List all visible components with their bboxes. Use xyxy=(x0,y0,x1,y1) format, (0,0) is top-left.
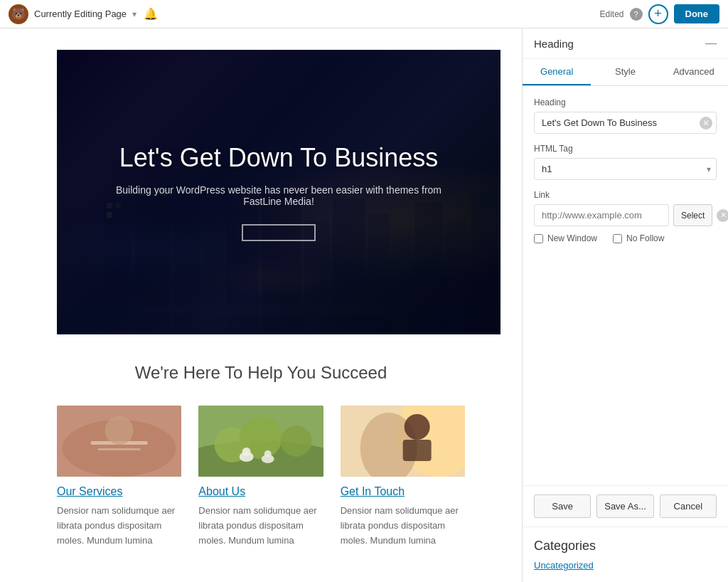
svg-point-33 xyxy=(281,425,312,457)
topbar-logo-icon: 🐻 xyxy=(9,4,28,24)
tab-style[interactable]: Style xyxy=(591,59,659,85)
card-about-image xyxy=(198,406,323,477)
html-tag-select[interactable]: h1 h2 h3 h4 h5 h6 p div xyxy=(534,158,717,180)
link-clear-icon[interactable]: ✕ xyxy=(717,209,728,222)
topbar-right: Edited ? + Done xyxy=(599,4,719,24)
card-about: About Us Densior nam solidumque aer libr… xyxy=(198,406,323,548)
cards-row: Our Services Densior nam solidumque aer … xyxy=(57,406,465,548)
hero-content: Let's Get Down To Business Building your… xyxy=(57,50,500,334)
categories-title: Categories xyxy=(534,539,717,554)
card-touch-link[interactable]: Get In Touch xyxy=(341,485,465,498)
panel-title: Heading xyxy=(534,38,574,50)
topbar-left: 🐻 Currently Editing Page ▾ 🔔 xyxy=(9,4,158,24)
panel-header: Heading — xyxy=(523,28,728,59)
tab-advanced[interactable]: Advanced xyxy=(660,59,728,85)
svg-rect-42 xyxy=(402,440,431,461)
panel-minimize-icon[interactable]: — xyxy=(705,37,717,50)
card-about-link[interactable]: About Us xyxy=(198,485,323,498)
save-as-button[interactable]: Save As... xyxy=(596,494,653,518)
link-field-label: Link xyxy=(534,190,717,200)
link-row: Select ✕ xyxy=(534,204,717,226)
card-services: Our Services Densior nam solidumque aer … xyxy=(57,406,181,548)
svg-rect-27 xyxy=(98,448,141,450)
svg-point-28 xyxy=(105,416,134,445)
html-tag-label: HTML Tag xyxy=(534,144,717,154)
panel-body: Heading ✕ HTML Tag h1 h2 h3 h4 h5 h6 p d… xyxy=(523,86,728,485)
cancel-button[interactable]: Cancel xyxy=(660,494,717,518)
hero-title: Let's Get Down To Business xyxy=(119,143,438,173)
topbar-title: Currently Editing Page xyxy=(34,9,127,19)
content-section: We're Here To Help You Succeed Our Servi… xyxy=(0,334,522,576)
heading-clear-icon[interactable]: ✕ xyxy=(700,117,712,129)
card-touch-image xyxy=(341,406,465,477)
heading-input[interactable] xyxy=(534,112,717,134)
svg-point-41 xyxy=(404,414,429,440)
main-layout: Let's Get Down To Business Building your… xyxy=(0,28,728,582)
hero-button[interactable] xyxy=(242,224,316,241)
html-tag-select-wrap: h1 h2 h3 h4 h5 h6 p div ▾ xyxy=(534,158,717,180)
done-button[interactable]: Done xyxy=(674,4,720,23)
heading-field-label: Heading xyxy=(534,97,717,107)
page-content: Let's Get Down To Business Building your… xyxy=(0,28,522,582)
dropdown-icon[interactable]: ▾ xyxy=(132,9,136,19)
save-button[interactable]: Save xyxy=(534,494,591,518)
svg-point-35 xyxy=(242,448,251,456)
add-icon[interactable]: + xyxy=(648,4,668,24)
topbar: 🐻 Currently Editing Page ▾ 🔔 Edited ? + … xyxy=(0,0,728,28)
svg-point-37 xyxy=(264,450,272,457)
card-services-image xyxy=(57,406,181,477)
topbar-icons: ▾ 🔔 xyxy=(132,7,158,21)
new-window-label: New Window xyxy=(547,233,597,243)
panel-actions: Save Save As... Cancel xyxy=(523,485,728,527)
card-touch-text: Densior nam solidumque aer librata pondu… xyxy=(341,504,465,548)
hero-subtitle: Building your WordPress website has neve… xyxy=(101,184,456,207)
card-touch: Get In Touch Densior nam solidumque aer … xyxy=(341,406,465,548)
help-icon[interactable]: ? xyxy=(630,8,643,21)
edited-label: Edited xyxy=(599,9,623,19)
bell-icon[interactable]: 🔔 xyxy=(144,7,158,21)
select-button[interactable]: Select xyxy=(673,204,712,226)
new-window-row: New Window No Follow xyxy=(534,233,717,243)
card-about-text: Densior nam solidumque aer librata pondu… xyxy=(198,504,323,548)
right-panel: Heading — General Style Advanced Heading… xyxy=(522,28,728,582)
hero-section: Let's Get Down To Business Building your… xyxy=(57,50,500,334)
uncategorized-link[interactable]: Uncategorized xyxy=(534,560,594,571)
new-window-checkbox[interactable] xyxy=(534,234,543,243)
tab-general[interactable]: General xyxy=(523,59,591,85)
no-follow-label: No Follow xyxy=(626,233,664,243)
no-follow-checkbox[interactable] xyxy=(613,234,622,243)
card-services-link[interactable]: Our Services xyxy=(57,485,181,498)
link-input[interactable] xyxy=(534,204,669,226)
section-title: We're Here To Help You Succeed xyxy=(57,363,465,383)
heading-input-wrap: ✕ xyxy=(534,112,717,134)
categories-section: Categories Uncategorized xyxy=(523,527,728,582)
card-services-text: Densior nam solidumque aer librata pondu… xyxy=(57,504,181,548)
panel-tabs: General Style Advanced xyxy=(523,59,728,86)
